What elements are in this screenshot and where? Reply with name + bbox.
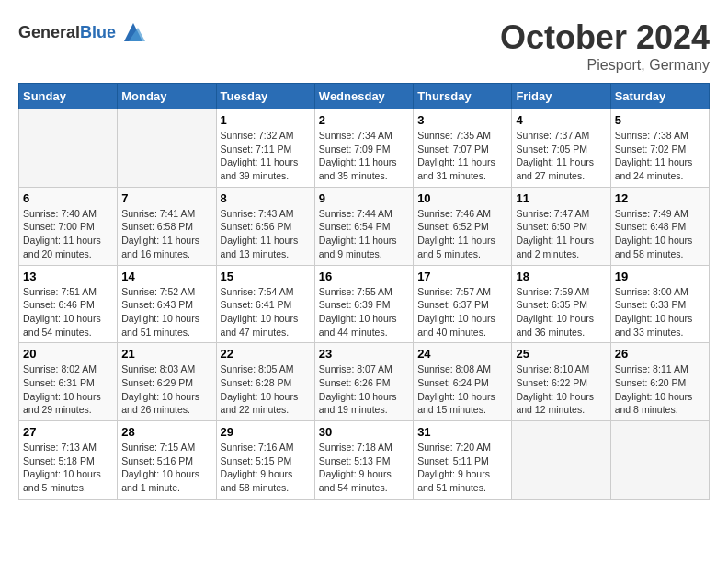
weekday-header: Sunday (19, 84, 118, 109)
calendar-cell: 11Sunrise: 7:47 AM Sunset: 6:50 PM Dayli… (512, 187, 610, 265)
day-number: 7 (121, 191, 211, 205)
day-info: Sunrise: 8:02 AM Sunset: 6:31 PM Dayligh… (23, 362, 113, 417)
calendar-cell: 23Sunrise: 8:07 AM Sunset: 6:26 PM Dayli… (314, 343, 413, 421)
day-number: 25 (516, 347, 606, 361)
weekday-header-row: SundayMondayTuesdayWednesdayThursdayFrid… (19, 84, 710, 109)
day-info: Sunrise: 7:34 AM Sunset: 7:09 PM Dayligh… (319, 129, 409, 183)
day-number: 15 (221, 270, 311, 283)
day-number: 22 (221, 347, 311, 361)
weekday-header: Thursday (414, 84, 512, 109)
day-number: 17 (417, 270, 507, 283)
day-info: Sunrise: 8:07 AM Sunset: 6:26 PM Dayligh… (319, 362, 409, 417)
calendar-cell (19, 109, 118, 188)
weekday-header: Tuesday (216, 84, 314, 109)
calendar-cell: 20Sunrise: 8:02 AM Sunset: 6:31 PM Dayli… (19, 343, 118, 421)
weekday-header: Saturday (610, 84, 709, 109)
logo-icon (119, 18, 147, 46)
day-info: Sunrise: 7:15 AM Sunset: 5:16 PM Dayligh… (121, 441, 211, 495)
calendar-week-row: 20Sunrise: 8:02 AM Sunset: 6:31 PM Dayli… (19, 343, 710, 421)
day-number: 12 (615, 191, 705, 205)
day-number: 2 (319, 113, 409, 127)
calendar-cell: 9Sunrise: 7:44 AM Sunset: 6:54 PM Daylig… (314, 187, 413, 265)
calendar-cell: 1Sunrise: 7:32 AM Sunset: 7:11 PM Daylig… (216, 109, 314, 188)
calendar-cell: 18Sunrise: 7:59 AM Sunset: 6:35 PM Dayli… (512, 265, 610, 343)
day-info: Sunrise: 7:46 AM Sunset: 6:52 PM Dayligh… (417, 207, 507, 261)
calendar-cell: 16Sunrise: 7:55 AM Sunset: 6:39 PM Dayli… (314, 265, 413, 343)
calendar-week-row: 6Sunrise: 7:40 AM Sunset: 7:00 PM Daylig… (19, 187, 710, 265)
day-number: 6 (23, 191, 113, 205)
day-number: 3 (417, 113, 507, 127)
day-info: Sunrise: 8:11 AM Sunset: 6:20 PM Dayligh… (615, 362, 705, 417)
day-info: Sunrise: 7:49 AM Sunset: 6:48 PM Dayligh… (615, 207, 705, 261)
calendar-cell: 26Sunrise: 8:11 AM Sunset: 6:20 PM Dayli… (610, 343, 709, 421)
calendar-cell: 2Sunrise: 7:34 AM Sunset: 7:09 PM Daylig… (314, 109, 413, 188)
calendar-cell: 25Sunrise: 8:10 AM Sunset: 6:22 PM Dayli… (512, 343, 610, 421)
calendar-cell: 27Sunrise: 7:13 AM Sunset: 5:18 PM Dayli… (19, 421, 118, 500)
calendar-cell: 17Sunrise: 7:57 AM Sunset: 6:37 PM Dayli… (414, 265, 512, 343)
day-info: Sunrise: 7:38 AM Sunset: 7:02 PM Dayligh… (615, 129, 705, 183)
calendar-cell: 28Sunrise: 7:15 AM Sunset: 5:16 PM Dayli… (118, 421, 216, 500)
calendar-cell: 3Sunrise: 7:35 AM Sunset: 7:07 PM Daylig… (414, 109, 512, 188)
day-info: Sunrise: 8:05 AM Sunset: 6:28 PM Dayligh… (221, 362, 311, 417)
weekday-header: Friday (512, 84, 610, 109)
day-info: Sunrise: 7:54 AM Sunset: 6:41 PM Dayligh… (221, 285, 311, 339)
day-number: 4 (516, 113, 606, 127)
day-number: 16 (319, 270, 409, 283)
weekday-header: Wednesday (314, 84, 413, 109)
day-info: Sunrise: 7:43 AM Sunset: 6:56 PM Dayligh… (221, 207, 311, 261)
calendar-cell: 8Sunrise: 7:43 AM Sunset: 6:56 PM Daylig… (216, 187, 314, 265)
page-header: GeneralBlue October 2024 Piesport, Germa… (18, 18, 710, 74)
day-info: Sunrise: 7:44 AM Sunset: 6:54 PM Dayligh… (319, 207, 409, 261)
calendar-cell: 30Sunrise: 7:18 AM Sunset: 5:13 PM Dayli… (314, 421, 413, 500)
day-info: Sunrise: 7:37 AM Sunset: 7:05 PM Dayligh… (516, 129, 606, 183)
day-number: 27 (23, 425, 113, 439)
day-number: 24 (417, 347, 507, 361)
day-info: Sunrise: 7:51 AM Sunset: 6:46 PM Dayligh… (23, 285, 113, 339)
calendar-cell (610, 421, 709, 500)
day-number: 18 (516, 270, 606, 283)
title-section: October 2024 Piesport, Germany (500, 18, 710, 74)
calendar-cell: 19Sunrise: 8:00 AM Sunset: 6:33 PM Dayli… (610, 265, 709, 343)
day-number: 21 (121, 347, 211, 361)
day-number: 23 (319, 347, 409, 361)
calendar-week-row: 1Sunrise: 7:32 AM Sunset: 7:11 PM Daylig… (19, 109, 710, 188)
calendar-cell (118, 109, 216, 188)
day-number: 9 (319, 191, 409, 205)
calendar-cell: 6Sunrise: 7:40 AM Sunset: 7:00 PM Daylig… (19, 187, 118, 265)
location: Piesport, Germany (500, 57, 710, 74)
day-info: Sunrise: 7:55 AM Sunset: 6:39 PM Dayligh… (319, 285, 409, 339)
calendar-cell: 24Sunrise: 8:08 AM Sunset: 6:24 PM Dayli… (414, 343, 512, 421)
day-info: Sunrise: 8:08 AM Sunset: 6:24 PM Dayligh… (417, 362, 507, 417)
day-number: 28 (121, 425, 211, 439)
logo: GeneralBlue (18, 18, 147, 46)
calendar-cell: 12Sunrise: 7:49 AM Sunset: 6:48 PM Dayli… (610, 187, 709, 265)
calendar-cell: 31Sunrise: 7:20 AM Sunset: 5:11 PM Dayli… (414, 421, 512, 500)
day-number: 8 (221, 191, 311, 205)
day-info: Sunrise: 7:18 AM Sunset: 5:13 PM Dayligh… (319, 441, 409, 495)
day-info: Sunrise: 7:59 AM Sunset: 6:35 PM Dayligh… (516, 285, 606, 339)
logo-blue: Blue (80, 23, 116, 41)
logo-general: General (18, 23, 80, 41)
day-info: Sunrise: 8:03 AM Sunset: 6:29 PM Dayligh… (121, 362, 211, 417)
calendar-cell: 5Sunrise: 7:38 AM Sunset: 7:02 PM Daylig… (610, 109, 709, 188)
day-number: 11 (516, 191, 606, 205)
day-info: Sunrise: 8:00 AM Sunset: 6:33 PM Dayligh… (615, 285, 705, 339)
day-number: 29 (221, 425, 311, 439)
day-info: Sunrise: 7:20 AM Sunset: 5:11 PM Dayligh… (417, 441, 507, 495)
day-info: Sunrise: 7:32 AM Sunset: 7:11 PM Dayligh… (221, 129, 311, 183)
day-info: Sunrise: 7:41 AM Sunset: 6:58 PM Dayligh… (121, 207, 211, 261)
day-number: 10 (417, 191, 507, 205)
day-number: 1 (221, 113, 311, 127)
calendar-cell: 22Sunrise: 8:05 AM Sunset: 6:28 PM Dayli… (216, 343, 314, 421)
day-number: 30 (319, 425, 409, 439)
month-title: October 2024 (500, 18, 710, 57)
calendar-cell: 14Sunrise: 7:52 AM Sunset: 6:43 PM Dayli… (118, 265, 216, 343)
day-info: Sunrise: 7:57 AM Sunset: 6:37 PM Dayligh… (417, 285, 507, 339)
calendar-table: SundayMondayTuesdayWednesdayThursdayFrid… (18, 83, 710, 500)
day-number: 31 (417, 425, 507, 439)
day-number: 20 (23, 347, 113, 361)
day-number: 5 (615, 113, 705, 127)
calendar-cell: 13Sunrise: 7:51 AM Sunset: 6:46 PM Dayli… (19, 265, 118, 343)
day-number: 19 (615, 270, 705, 283)
calendar-week-row: 27Sunrise: 7:13 AM Sunset: 5:18 PM Dayli… (19, 421, 710, 500)
